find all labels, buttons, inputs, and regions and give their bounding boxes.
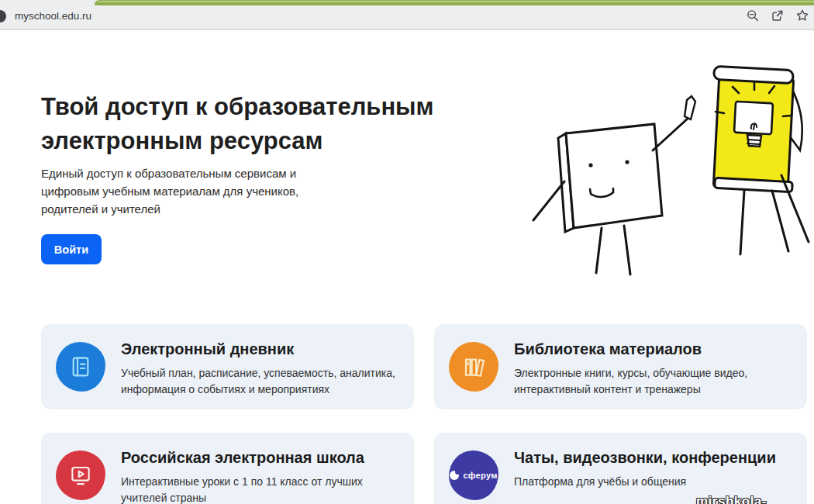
site-favicon bbox=[0, 10, 6, 22]
card-title: Чаты, видеозвонки, конференции bbox=[514, 449, 776, 467]
hero-illustration bbox=[521, 59, 814, 298]
card-description: Электронные книги, курсы, обучающие виде… bbox=[514, 365, 797, 398]
diary-icon bbox=[56, 342, 105, 392]
card-title: Российская электронная школа bbox=[121, 449, 364, 467]
card-description: Платформа для учёбы и общения bbox=[514, 474, 797, 490]
page-subtitle: Единый доступ к образовательным сервисам… bbox=[41, 164, 311, 218]
card-description: Интерактивные уроки с 1 по 11 класс от л… bbox=[121, 474, 404, 504]
watermark: mirshkola-nsrd.ru bbox=[696, 494, 814, 504]
books-icon bbox=[449, 342, 498, 392]
browser-address-bar: myschool.edu.ru bbox=[0, 0, 814, 30]
url-field[interactable]: myschool.edu.ru bbox=[15, 10, 91, 22]
share-icon[interactable] bbox=[771, 9, 785, 22]
card-title: Электронный дневник bbox=[121, 340, 294, 358]
card-description: Учебный план, расписание, успеваемость, … bbox=[121, 365, 404, 398]
bookmark-star-icon[interactable] bbox=[795, 9, 809, 22]
sferum-sphere-glyph bbox=[450, 471, 459, 480]
card-title: Библиотека материалов bbox=[514, 340, 702, 358]
login-button[interactable]: Войти bbox=[41, 234, 102, 264]
video-lesson-icon bbox=[56, 450, 105, 500]
page-title: Твой доступ к образовательным электронны… bbox=[41, 90, 464, 158]
card-electronic-diary[interactable]: Электронный дневник Учебный план, распис… bbox=[41, 324, 414, 409]
card-materials-library[interactable]: Библиотека материалов Электронные книги,… bbox=[434, 324, 807, 409]
sferum-logo-text: сферум bbox=[463, 471, 497, 480]
sferum-logo-icon: сферум bbox=[449, 450, 498, 500]
browser-tab-strip[interactable] bbox=[95, 0, 814, 5]
tab-strip-highlight bbox=[98, 1, 814, 2]
zoom-out-icon[interactable] bbox=[746, 9, 760, 22]
card-russian-electronic-school[interactable]: Российская электронная школа Интерактивн… bbox=[41, 433, 414, 504]
